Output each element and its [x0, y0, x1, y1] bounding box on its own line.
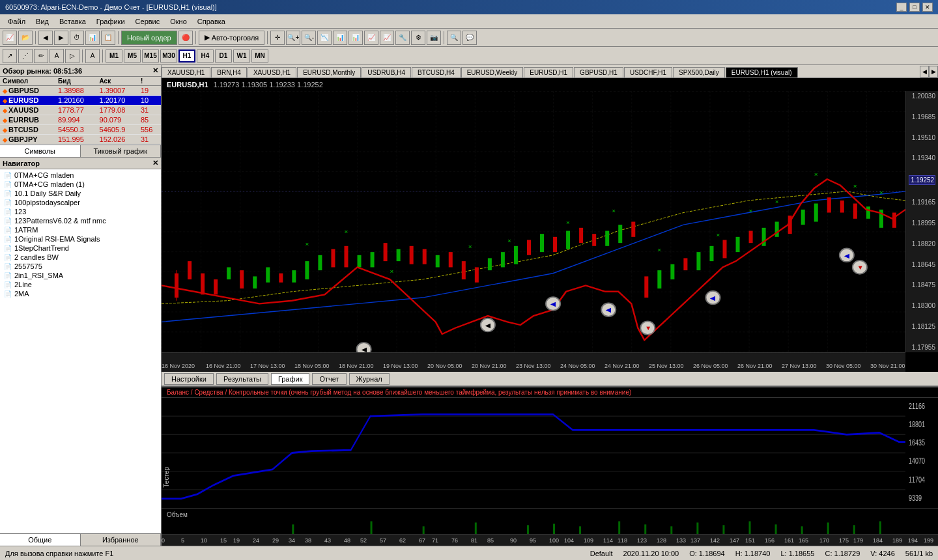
nav-item-2line[interactable]: 📄 2Line [1, 280, 160, 289]
auto-trading-button[interactable]: ▶ Авто-торговля [199, 31, 265, 45]
tf-w1[interactable]: W1 [233, 49, 250, 63]
menu-file[interactable]: Файл [3, 16, 31, 27]
nav-item-1atrm[interactable]: 📄 1ATRM [1, 225, 160, 234]
market-row-xauusd[interactable]: ◆XAUUSD 1778.77 1779.08 31 [0, 105, 161, 115]
nav-item-2in1rsisma[interactable]: 📄 2in1_RSI_SMA [1, 271, 160, 280]
tf-h4[interactable]: H4 [197, 49, 214, 63]
nav-item-123patternsv602--mtf-nmc[interactable]: 📄 123PatternsV6.02 & mtf nmc [1, 216, 160, 225]
chart-tab-xauusd-h1[interactable]: XAUUSD,H1 [162, 67, 210, 77]
draw-btn5[interactable]: ▷ [65, 49, 79, 63]
time-23nov13: 23 Nov 13:00 [516, 363, 551, 369]
tf-d1[interactable]: D1 [215, 49, 232, 63]
toolbar-btn3[interactable]: 🔴 [178, 31, 193, 45]
new-order-button[interactable]: Новый ордер [121, 31, 177, 45]
tester-tab-chart[interactable]: График [271, 373, 310, 385]
nav-item-2557575[interactable]: 📄 2557575 [1, 262, 160, 271]
nav-item-2-candles-bw[interactable]: 📄 2 candles BW [1, 253, 160, 262]
market-row-btcusd[interactable]: ◆BTCUSD 54550.3 54605.9 556 [0, 125, 161, 135]
nav-item-100pipstodayscalper[interactable]: 📄 100pipstodayscalper [1, 198, 160, 207]
menu-service[interactable]: Сервис [130, 16, 165, 27]
chart-btn1[interactable]: 📉 [317, 31, 332, 45]
nav-item-123[interactable]: 📄 123 [1, 207, 160, 216]
settings-button[interactable]: ⚙ [411, 31, 425, 45]
chart-tab-brn-h4[interactable]: BRN,H4 [211, 67, 247, 77]
zoom-in-button[interactable]: 🔍+ [286, 31, 300, 45]
market-close-icon[interactable]: ✕ [152, 66, 158, 75]
chart-btn2[interactable]: 📊 [333, 31, 347, 45]
tester-left-label: Тестер [163, 467, 170, 488]
market-row-eurrub[interactable]: ◆EURRUB 89.994 90.079 85 [0, 115, 161, 125]
search-button[interactable]: 🔍 [447, 31, 461, 45]
nav-item-1original-rsi-ema-signals[interactable]: 📄 1Original RSI-EMA Signals [1, 234, 160, 244]
chart-canvas-area[interactable]: × × × × × × × × × × × × × × [162, 91, 905, 352]
tester-tab-journal[interactable]: Журнал [349, 373, 390, 385]
tf-mn[interactable]: MN [251, 49, 268, 63]
chart-tab-gbpusd-h1[interactable]: GBPUSD,H1 [574, 67, 623, 77]
market-row-gbpjpy[interactable]: ◆GBPJPY 151.995 152.026 31 [0, 135, 161, 145]
zoom-out-button[interactable]: 🔍- [302, 31, 316, 45]
tf-m15[interactable]: M15 [142, 49, 159, 63]
history-button[interactable]: ⏱ [70, 31, 84, 45]
tf-h1[interactable]: H1 [178, 49, 195, 63]
toolbar-btn1[interactable]: 📊 [85, 31, 100, 45]
crosshair-button[interactable]: ✛ [270, 31, 285, 45]
nav-list[interactable]: 📄 0TMA+CG mladen 📄 0TMA+CG mladen (1) 📄 … [0, 169, 161, 533]
tab-favorites[interactable]: Избранное [81, 534, 162, 546]
chart-tab-spx500-daily[interactable]: SPX500,Daily [673, 67, 725, 77]
tab-tick-chart[interactable]: Тиковый график [81, 145, 162, 157]
tester-tab-report[interactable]: Отчет [312, 373, 346, 385]
close-button[interactable]: ✕ [922, 3, 933, 12]
nav-close-icon[interactable]: ✕ [152, 159, 158, 167]
menu-view[interactable]: Вид [31, 16, 54, 27]
new-chart-button[interactable]: 📈 [3, 31, 17, 45]
nav-item-2ma[interactable]: 📄 2MA [1, 289, 160, 298]
tf-m30[interactable]: M30 [160, 49, 177, 63]
chart-btn5[interactable]: 📈 [380, 31, 394, 45]
menu-help[interactable]: Справка [192, 16, 231, 27]
back-button[interactable]: ◀ [38, 31, 53, 45]
minimize-button[interactable]: _ [896, 3, 907, 12]
chart-tab-btcusd-h4[interactable]: BTCUSD,H4 [412, 67, 461, 77]
chart-tab-xauusd-h1[interactable]: XAUUSD,H1 [248, 67, 296, 77]
tester-tab-results[interactable]: Результаты [216, 373, 268, 385]
indicator-button[interactable]: 🔧 [395, 31, 410, 45]
chart-tab-eurusd-h1[interactable]: EURUSD,H1 [524, 67, 573, 77]
chart-tabs-left-arrow[interactable]: ◀ [920, 66, 929, 77]
font-btn[interactable]: A [85, 49, 100, 63]
chart-btn4[interactable]: 📈 [364, 31, 378, 45]
chat-button[interactable]: 💬 [462, 31, 477, 45]
chart-container[interactable]: EURUSD,H1 1.19273 1.19305 1.19233 1.1925… [162, 78, 938, 372]
screenshot-button[interactable]: 📷 [427, 31, 441, 45]
chart-tab-usdchf-h1[interactable]: USDCHF,H1 [624, 67, 672, 77]
draw-btn3[interactable]: ✏ [34, 49, 48, 63]
open-button[interactable]: 📂 [18, 31, 33, 45]
nav-item-0tmacg-mladen[interactable]: 📄 0TMA+CG mladen [1, 171, 160, 180]
chart-tab-eurusd-h1--visual-[interactable]: EURUSD,H1 (visual) [726, 67, 798, 77]
draw-btn1[interactable]: ↗ [3, 49, 17, 63]
market-row-eurusd[interactable]: ◆EURUSD 1.20160 1.20170 10 [0, 96, 161, 105]
toolbar-btn2[interactable]: 📋 [101, 31, 115, 45]
chart-tabs-right-arrow[interactable]: ▶ [929, 66, 938, 77]
svg-rect-51 [801, 210, 805, 225]
nav-item-1stepcharttrend[interactable]: 📄 1StepChartTrend [1, 244, 160, 253]
draw-btn2[interactable]: ⋰ [18, 49, 33, 63]
forward-button[interactable]: ▶ [54, 31, 68, 45]
chart-tab-eurusd-weekly[interactable]: EURUSD,Weekly [461, 67, 524, 77]
tab-general[interactable]: Общие [0, 534, 81, 546]
chart-tab-eurusd-monthly[interactable]: EURUSD,Monthly [297, 67, 361, 77]
maximize-button[interactable]: □ [909, 3, 920, 12]
svg-text:×: × [657, 246, 661, 253]
menu-charts[interactable]: Графики [91, 16, 130, 27]
menu-insert[interactable]: Вставка [54, 16, 91, 27]
market-row-gbpusd[interactable]: ◆GBPUSD 1.38988 1.39007 19 [0, 86, 161, 96]
tf-m1[interactable]: M1 [106, 49, 122, 63]
tf-m5[interactable]: M5 [124, 49, 141, 63]
tab-symbols[interactable]: Символы [0, 145, 81, 157]
nav-item-101-daily-sr-daily[interactable]: 📄 10.1 Daily S&R Daily [1, 189, 160, 198]
chart-tab-usdrub-h4[interactable]: USDRUB,H4 [362, 67, 411, 77]
menu-window[interactable]: Окно [165, 16, 192, 27]
nav-item-0tmacg-mladen-1[interactable]: 📄 0TMA+CG mladen (1) [1, 180, 160, 189]
chart-btn3[interactable]: 📊 [348, 31, 363, 45]
draw-btn4[interactable]: A [50, 49, 64, 63]
tester-tab-settings[interactable]: Настройки [164, 373, 214, 385]
